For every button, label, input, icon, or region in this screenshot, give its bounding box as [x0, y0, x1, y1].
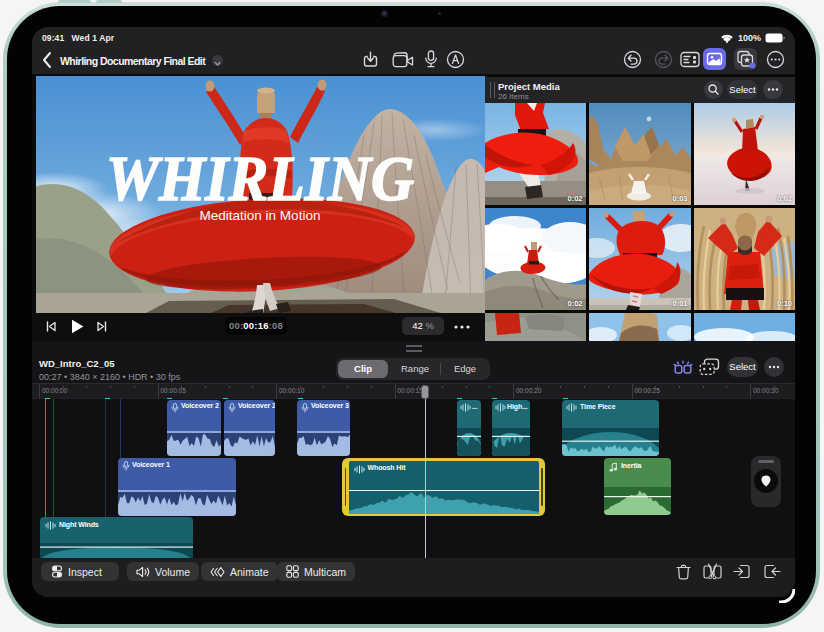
svg-text:Meditation in Motion: Meditation in Motion [200, 208, 321, 223]
svg-text:WHIRLING: WHIRLING [106, 143, 414, 214]
